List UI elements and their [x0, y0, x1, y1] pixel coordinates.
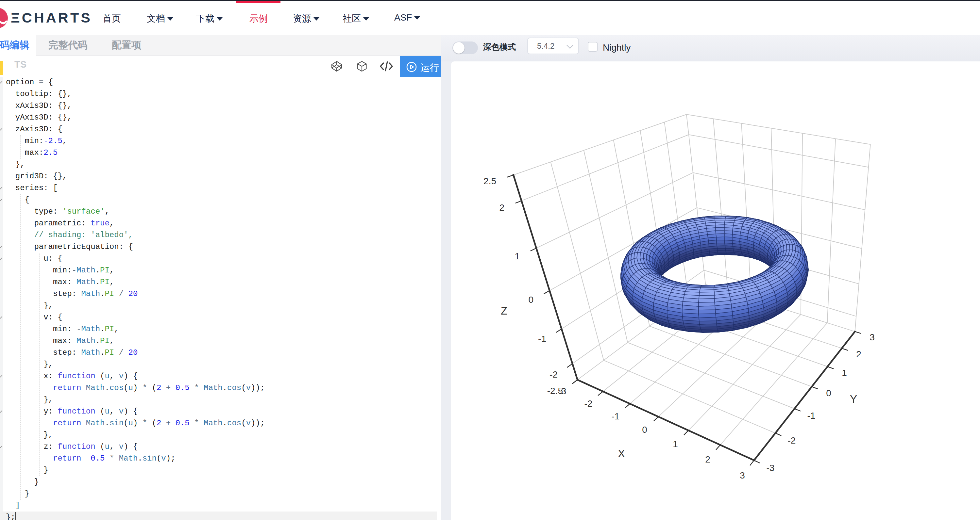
svg-text:3: 3 [870, 332, 875, 342]
svg-text:2.5: 2.5 [484, 176, 496, 186]
svg-text:-1: -1 [807, 411, 816, 421]
svg-text:0: 0 [528, 295, 533, 305]
svg-text:1: 1 [673, 439, 678, 449]
svg-text:3: 3 [740, 470, 745, 480]
svg-text:X: X [618, 447, 625, 460]
svg-text:0: 0 [642, 425, 647, 435]
svg-text:-2: -2 [788, 435, 796, 445]
svg-text:-1: -1 [538, 334, 546, 344]
svg-text:-2: -2 [584, 398, 593, 409]
svg-text:1: 1 [842, 368, 847, 378]
svg-text:Y: Y [850, 393, 857, 405]
svg-text:0: 0 [826, 388, 831, 398]
svg-text:Z: Z [501, 305, 508, 317]
svg-text:-2: -2 [549, 369, 558, 380]
svg-text:-1: -1 [612, 411, 620, 421]
svg-text:2: 2 [856, 349, 861, 359]
svg-text:-3: -3 [558, 386, 566, 396]
svg-text:ΞCHARTS: ΞCHARTS [11, 10, 92, 25]
svg-text:1: 1 [514, 251, 520, 261]
svg-text:2: 2 [705, 454, 710, 465]
svg-text:-3: -3 [767, 463, 775, 473]
svg-text:2: 2 [499, 203, 504, 212]
